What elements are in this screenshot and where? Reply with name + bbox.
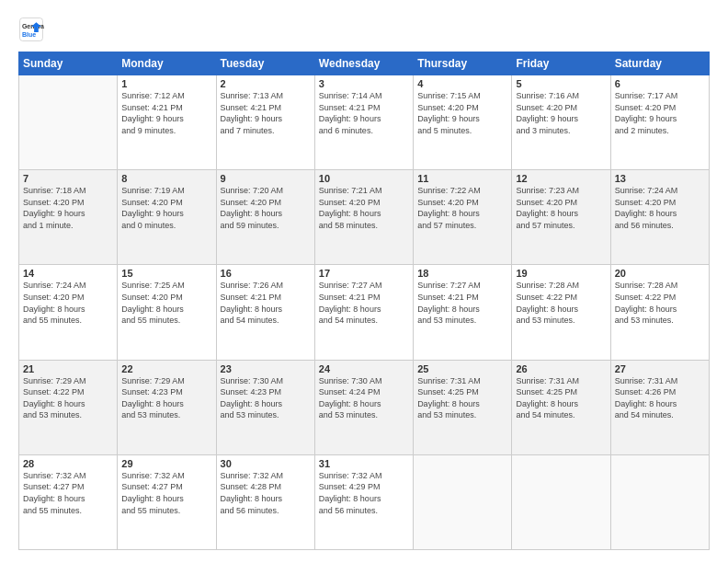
cell-details: Sunrise: 7:32 AMSunset: 4:28 PMDaylight:… [221, 470, 311, 516]
calendar-day-header: Monday [118, 52, 216, 75]
cell-details: Sunrise: 7:27 AMSunset: 4:21 PMDaylight:… [417, 280, 507, 326]
day-number: 2 [221, 78, 311, 89]
calendar-cell: 13Sunrise: 7:24 AMSunset: 4:20 PMDayligh… [610, 170, 709, 265]
cell-details: Sunrise: 7:16 AMSunset: 4:20 PMDaylight:… [516, 90, 606, 136]
calendar-cell [19, 75, 118, 170]
day-number: 19 [516, 268, 606, 279]
cell-details: Sunrise: 7:21 AMSunset: 4:20 PMDaylight:… [319, 185, 409, 231]
calendar-week-row: 7Sunrise: 7:18 AMSunset: 4:20 PMDaylight… [19, 170, 710, 265]
calendar-day-header: Friday [512, 52, 610, 75]
cell-details: Sunrise: 7:19 AMSunset: 4:20 PMDaylight:… [121, 185, 211, 231]
day-number: 15 [121, 268, 211, 279]
cell-details: Sunrise: 7:30 AMSunset: 4:24 PMDaylight:… [319, 375, 409, 421]
day-number: 1 [121, 78, 211, 89]
cell-details: Sunrise: 7:30 AMSunset: 4:23 PMDaylight:… [221, 375, 311, 421]
day-number: 20 [615, 268, 705, 279]
calendar-cell: 4Sunrise: 7:15 AMSunset: 4:20 PMDaylight… [414, 75, 512, 170]
calendar-header-row: SundayMondayTuesdayWednesdayThursdayFrid… [19, 52, 710, 75]
day-number: 7 [23, 173, 113, 184]
day-number: 13 [615, 173, 705, 184]
svg-text:Blue: Blue [22, 31, 36, 38]
cell-details: Sunrise: 7:23 AMSunset: 4:20 PMDaylight:… [516, 185, 606, 231]
cell-details: Sunrise: 7:32 AMSunset: 4:27 PMDaylight:… [121, 470, 211, 516]
calendar-day-header: Saturday [610, 52, 709, 75]
calendar-cell [414, 454, 512, 549]
calendar-cell: 25Sunrise: 7:31 AMSunset: 4:25 PMDayligh… [414, 360, 512, 454]
cell-details: Sunrise: 7:31 AMSunset: 4:25 PMDaylight:… [516, 375, 606, 421]
day-number: 31 [319, 458, 409, 469]
cell-details: Sunrise: 7:17 AMSunset: 4:20 PMDaylight:… [615, 90, 705, 136]
calendar-cell: 28Sunrise: 7:32 AMSunset: 4:27 PMDayligh… [19, 454, 118, 549]
cell-details: Sunrise: 7:29 AMSunset: 4:22 PMDaylight:… [23, 375, 113, 421]
cell-details: Sunrise: 7:28 AMSunset: 4:22 PMDaylight:… [516, 280, 606, 326]
day-number: 29 [121, 458, 211, 469]
calendar-cell: 29Sunrise: 7:32 AMSunset: 4:27 PMDayligh… [118, 454, 216, 549]
calendar-day-header: Sunday [19, 52, 118, 75]
calendar-cell: 20Sunrise: 7:28 AMSunset: 4:22 PMDayligh… [610, 265, 709, 360]
calendar-cell: 7Sunrise: 7:18 AMSunset: 4:20 PMDaylight… [19, 170, 118, 265]
calendar-cell [610, 454, 709, 549]
day-number: 9 [221, 173, 311, 184]
calendar-cell: 12Sunrise: 7:23 AMSunset: 4:20 PMDayligh… [512, 170, 610, 265]
day-number: 27 [615, 363, 705, 374]
calendar-cell: 3Sunrise: 7:14 AMSunset: 4:21 PMDaylight… [314, 75, 413, 170]
calendar-cell: 27Sunrise: 7:31 AMSunset: 4:26 PMDayligh… [610, 360, 709, 454]
cell-details: Sunrise: 7:20 AMSunset: 4:20 PMDaylight:… [221, 185, 311, 231]
calendar-day-header: Wednesday [314, 52, 413, 75]
day-number: 17 [319, 268, 409, 279]
calendar-table: SundayMondayTuesdayWednesdayThursdayFrid… [18, 52, 710, 550]
cell-details: Sunrise: 7:18 AMSunset: 4:20 PMDaylight:… [23, 185, 113, 231]
day-number: 10 [319, 173, 409, 184]
day-number: 5 [516, 78, 606, 89]
cell-details: Sunrise: 7:24 AMSunset: 4:20 PMDaylight:… [615, 185, 705, 231]
calendar-cell: 15Sunrise: 7:25 AMSunset: 4:20 PMDayligh… [118, 265, 216, 360]
calendar-cell: 6Sunrise: 7:17 AMSunset: 4:20 PMDaylight… [610, 75, 709, 170]
cell-details: Sunrise: 7:13 AMSunset: 4:21 PMDaylight:… [221, 90, 311, 136]
calendar-cell: 11Sunrise: 7:22 AMSunset: 4:20 PMDayligh… [414, 170, 512, 265]
day-number: 22 [121, 363, 211, 374]
calendar-cell: 23Sunrise: 7:30 AMSunset: 4:23 PMDayligh… [216, 360, 314, 454]
day-number: 30 [221, 458, 311, 469]
calendar-cell: 9Sunrise: 7:20 AMSunset: 4:20 PMDaylight… [216, 170, 314, 265]
logo-icon: General Blue [18, 17, 44, 42]
header: General Blue [18, 17, 710, 42]
cell-details: Sunrise: 7:15 AMSunset: 4:20 PMDaylight:… [417, 90, 507, 136]
day-number: 16 [221, 268, 311, 279]
calendar-cell: 22Sunrise: 7:29 AMSunset: 4:23 PMDayligh… [118, 360, 216, 454]
cell-details: Sunrise: 7:31 AMSunset: 4:26 PMDaylight:… [615, 375, 705, 421]
calendar-cell: 14Sunrise: 7:24 AMSunset: 4:20 PMDayligh… [19, 265, 118, 360]
day-number: 26 [516, 363, 606, 374]
day-number: 11 [417, 173, 507, 184]
calendar-week-row: 14Sunrise: 7:24 AMSunset: 4:20 PMDayligh… [19, 265, 710, 360]
cell-details: Sunrise: 7:12 AMSunset: 4:21 PMDaylight:… [121, 90, 211, 136]
cell-details: Sunrise: 7:27 AMSunset: 4:21 PMDaylight:… [319, 280, 409, 326]
day-number: 14 [23, 268, 113, 279]
day-number: 8 [121, 173, 211, 184]
calendar-cell: 1Sunrise: 7:12 AMSunset: 4:21 PMDaylight… [118, 75, 216, 170]
day-number: 21 [23, 363, 113, 374]
day-number: 25 [417, 363, 507, 374]
calendar-day-header: Tuesday [216, 52, 314, 75]
day-number: 23 [221, 363, 311, 374]
cell-details: Sunrise: 7:32 AMSunset: 4:29 PMDaylight:… [319, 470, 409, 516]
day-number: 3 [319, 78, 409, 89]
cell-details: Sunrise: 7:29 AMSunset: 4:23 PMDaylight:… [121, 375, 211, 421]
calendar-cell: 30Sunrise: 7:32 AMSunset: 4:28 PMDayligh… [216, 454, 314, 549]
calendar-cell: 10Sunrise: 7:21 AMSunset: 4:20 PMDayligh… [314, 170, 413, 265]
page: General Blue SundayMondayTuesdayWednesda… [0, 0, 728, 563]
day-number: 12 [516, 173, 606, 184]
calendar-cell: 2Sunrise: 7:13 AMSunset: 4:21 PMDaylight… [216, 75, 314, 170]
day-number: 18 [417, 268, 507, 279]
day-number: 4 [417, 78, 507, 89]
cell-details: Sunrise: 7:14 AMSunset: 4:21 PMDaylight:… [319, 90, 409, 136]
cell-details: Sunrise: 7:31 AMSunset: 4:25 PMDaylight:… [417, 375, 507, 421]
day-number: 24 [319, 363, 409, 374]
cell-details: Sunrise: 7:25 AMSunset: 4:20 PMDaylight:… [121, 280, 211, 326]
calendar-cell: 26Sunrise: 7:31 AMSunset: 4:25 PMDayligh… [512, 360, 610, 454]
calendar-cell: 31Sunrise: 7:32 AMSunset: 4:29 PMDayligh… [314, 454, 413, 549]
cell-details: Sunrise: 7:24 AMSunset: 4:20 PMDaylight:… [23, 280, 113, 326]
cell-details: Sunrise: 7:28 AMSunset: 4:22 PMDaylight:… [615, 280, 705, 326]
cell-details: Sunrise: 7:32 AMSunset: 4:27 PMDaylight:… [23, 470, 113, 516]
cell-details: Sunrise: 7:26 AMSunset: 4:21 PMDaylight:… [221, 280, 311, 326]
calendar-cell: 21Sunrise: 7:29 AMSunset: 4:22 PMDayligh… [19, 360, 118, 454]
